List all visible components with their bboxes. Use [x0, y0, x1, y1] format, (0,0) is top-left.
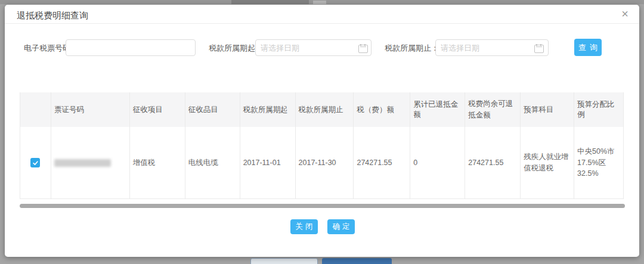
scrollbar-thumb[interactable] — [20, 204, 625, 208]
redacted-ticket-number — [54, 159, 111, 167]
cell-remaining-refundable: 274271.55 — [465, 127, 521, 198]
calendar-icon[interactable] — [534, 45, 544, 53]
header-refunded-amount: 累计已退抵金额 — [410, 92, 465, 127]
period-end-date-input[interactable] — [435, 39, 549, 56]
close-button[interactable]: 关闭 — [290, 219, 318, 234]
einvoice-number-label: 电子税票号码 — [24, 39, 70, 57]
cell-period-end: 2017-11-30 — [296, 127, 354, 198]
header-period-start: 税款所属期起 — [240, 92, 296, 127]
dialog-header: 退抵税费明细查询 × — [5, 5, 639, 24]
table-row: 增值税 电线电缆 2017-11-01 2017-11-30 274271.55… — [20, 127, 624, 199]
horizontal-scrollbar[interactable] — [20, 204, 625, 209]
cell-ticket-number — [51, 127, 130, 198]
einvoice-number-input[interactable] — [66, 39, 196, 56]
dialog-title: 退抵税费明细查询 — [17, 10, 88, 21]
period-start-date-input[interactable] — [255, 39, 371, 56]
header-levy-item: 征收项目 — [130, 92, 185, 127]
cell-budget-ratio: 中央50%市17.5%区32.5% — [574, 127, 624, 198]
query-button[interactable]: 查询 — [574, 39, 602, 56]
header-period-end: 税款所属期止 — [296, 92, 354, 127]
background-clipped-button-light — [250, 258, 318, 264]
background-overlay-top — [0, 0, 644, 4]
header-remaining-refundable: 税费尚余可退抵金额 — [465, 92, 521, 127]
cell-tax-amount: 274271.55 — [354, 127, 410, 198]
screen: 退抵税费明细查询 × 电子税票号码 税款所属期起： 税款所属期止： 查询 票证号… — [0, 0, 644, 264]
query-button-label: 查询 — [578, 42, 601, 53]
cell-period-start: 2017-11-01 — [240, 127, 296, 198]
header-ticket-number: 票证号码 — [51, 92, 130, 127]
filter-bar: 电子税票号码 税款所属期起： 税款所属期止： 查询 — [5, 39, 639, 57]
header-select-column — [20, 92, 51, 127]
cell-levy-category: 电线电缆 — [185, 127, 240, 198]
background-clipped-field — [313, 1, 326, 4]
refund-detail-query-dialog: 退抵税费明细查询 × 电子税票号码 税款所属期起： 税款所属期止： 查询 票证号… — [5, 5, 639, 257]
close-icon[interactable]: × — [621, 8, 628, 20]
background-clipped-button-blue — [322, 258, 392, 264]
background-clipped-text — [231, 0, 309, 4]
refund-detail-table: 票证号码 征收项目 征收品目 税款所属期起 税款所属期止 税（费）额 累计已退抵… — [20, 92, 624, 199]
row-select-cell — [20, 127, 51, 198]
calendar-icon[interactable] — [358, 45, 368, 53]
header-tax-amount: 税（费）额 — [354, 92, 410, 127]
cell-refunded-amount: 0 — [410, 127, 465, 198]
cell-levy-item: 增值税 — [130, 127, 185, 198]
table-header-row: 票证号码 征收项目 征收品目 税款所属期起 税款所属期止 税（费）额 累计已退抵… — [20, 92, 624, 127]
header-levy-category: 征收品目 — [185, 92, 240, 127]
header-budget-subject: 预算科目 — [521, 92, 574, 127]
confirm-button[interactable]: 确定 — [327, 219, 355, 234]
cell-budget-subject: 残疾人就业增值税退税 — [521, 127, 574, 198]
period-end-label: 税款所属期止： — [385, 39, 439, 57]
close-button-label: 关闭 — [296, 222, 315, 232]
header-budget-ratio: 预算分配比例 — [574, 92, 624, 127]
row-checkbox-checked[interactable] — [30, 158, 40, 167]
check-icon — [32, 160, 39, 166]
confirm-button-label: 确定 — [333, 222, 352, 232]
